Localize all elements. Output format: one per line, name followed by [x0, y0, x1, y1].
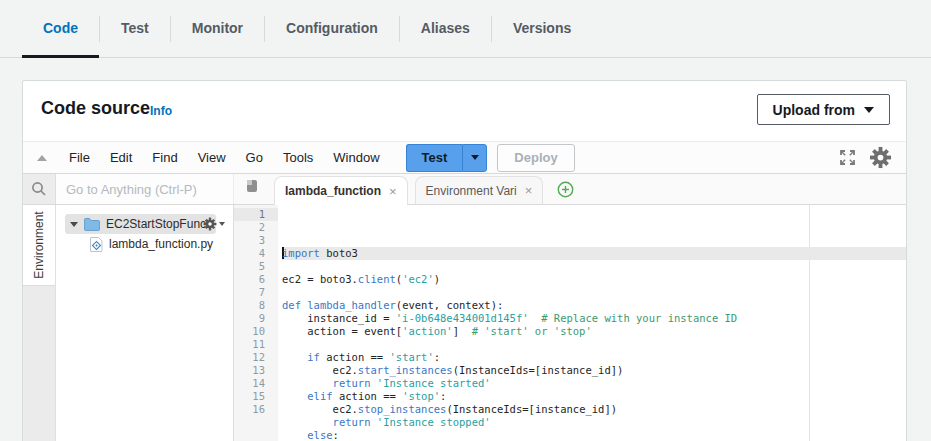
- line-number: 9: [234, 312, 278, 325]
- code-token: start_instances: [358, 364, 453, 376]
- code-token: 'stop': [402, 390, 440, 402]
- code-token: import: [282, 247, 320, 259]
- code-line[interactable]: action = event['action'] # 'start' or 's…: [282, 325, 906, 338]
- tab-code[interactable]: Code: [22, 0, 99, 58]
- code-line[interactable]: if action == 'start':: [282, 351, 906, 364]
- new-tab-plus-icon[interactable]: [557, 181, 574, 198]
- upload-from-label: Upload from: [773, 102, 855, 118]
- chevron-down-icon: [471, 155, 479, 160]
- code-token: 'Instance stopped': [377, 416, 491, 428]
- code-token: ): [434, 273, 440, 285]
- menu-find[interactable]: Find: [142, 150, 187, 165]
- editor-tab-label: Environment Vari: [426, 184, 517, 198]
- code-token: :: [333, 429, 339, 441]
- code-token: action ==: [333, 390, 403, 402]
- environment-vertical-tab[interactable]: Environment: [23, 205, 55, 286]
- line-number: 2: [234, 221, 278, 234]
- code-token: stop_instances: [358, 403, 447, 415]
- menu-window[interactable]: Window: [323, 150, 389, 165]
- code-line[interactable]: [282, 260, 906, 273]
- folder-name: EC2StartStopFunct: [106, 217, 209, 231]
- line-number: 15: [234, 390, 278, 403]
- code-token: if: [307, 351, 320, 363]
- goto-anything-input[interactable]: [56, 182, 233, 197]
- tab-aliases[interactable]: Aliases: [400, 0, 491, 58]
- workspace: Environment EC2StartStopFunct: [23, 205, 906, 441]
- code-line[interactable]: def lambda_handler(event, context):: [282, 299, 906, 312]
- lambda-section-tabs: CodeTestMonitorConfigurationAliasesVersi…: [0, 0, 931, 58]
- chevron-down-icon: [219, 222, 225, 226]
- menu-file[interactable]: File: [59, 150, 100, 165]
- settings-gear-icon[interactable]: [869, 146, 892, 169]
- code-token: 'start': [390, 351, 434, 363]
- file-name: lambda_function.py: [109, 237, 213, 251]
- code-token: (event, context):: [396, 299, 503, 311]
- tree-row-file[interactable]: lambda_function.py: [56, 234, 233, 254]
- tab-list-icon[interactable]: [243, 178, 259, 198]
- code-token: (InstanceIds=[instance_id]): [453, 364, 624, 376]
- code-token: return: [333, 416, 371, 428]
- code-token: def: [282, 299, 301, 311]
- fullscreen-icon[interactable]: [838, 148, 857, 167]
- code-token: ec2.: [282, 403, 358, 415]
- code-token: [282, 351, 307, 363]
- code-token: boto3: [320, 247, 358, 259]
- code-editor[interactable]: 12345678910111213141516 import boto3ec2 …: [234, 205, 906, 441]
- code-token: :: [434, 351, 440, 363]
- line-number: 8: [234, 299, 278, 312]
- code-source-panel: Code source Info Upload from FileEditFin…: [22, 80, 907, 441]
- expander-triangle-icon[interactable]: [70, 222, 78, 227]
- code-line[interactable]: [282, 338, 906, 351]
- editor-top-strip: lambda_function×Environment Vari×: [23, 174, 906, 205]
- editor-tab-lambda_function[interactable]: lambda_function×: [274, 176, 408, 205]
- code-line[interactable]: else:: [282, 429, 906, 441]
- code-content[interactable]: import boto3ec2 = boto3.client('ec2')def…: [278, 205, 906, 441]
- menu-view[interactable]: View: [188, 150, 236, 165]
- code-line[interactable]: ec2.stop_instances(InstanceIds=[instance…: [282, 403, 906, 416]
- line-number: 6: [234, 273, 278, 286]
- search-cell: [23, 174, 56, 204]
- test-dropdown-button[interactable]: [462, 144, 487, 172]
- code-line[interactable]: elif action == 'stop':: [282, 390, 906, 403]
- tab-versions[interactable]: Versions: [492, 0, 592, 58]
- code-line[interactable]: import boto3: [282, 247, 906, 260]
- code-line[interactable]: return 'Instance started': [282, 377, 906, 390]
- code-line[interactable]: instance_id = 'i-0b648e434001d145f' # Re…: [282, 312, 906, 325]
- editor-tab-environment-vari[interactable]: Environment Vari×: [415, 176, 544, 204]
- tree-settings-control[interactable]: [203, 217, 225, 231]
- code-line[interactable]: ec2.start_instances(InstanceIds=[instanc…: [282, 364, 906, 377]
- code-token: ec2 = boto3.: [282, 273, 358, 285]
- code-token: [282, 429, 307, 441]
- code-token: action ==: [320, 351, 390, 363]
- code-token: :: [440, 390, 446, 402]
- collapse-panel-icon[interactable]: [37, 155, 47, 161]
- line-number: 14: [234, 377, 278, 390]
- code-token: 'i-0b648e434001d145f': [396, 312, 529, 324]
- goto-anything-cell: [56, 174, 234, 204]
- menu-edit[interactable]: Edit: [100, 150, 142, 165]
- tab-monitor[interactable]: Monitor: [171, 0, 264, 58]
- test-button[interactable]: Test: [406, 144, 463, 172]
- code-line[interactable]: ec2 = boto3.client('ec2'): [282, 273, 906, 286]
- close-icon[interactable]: ×: [389, 184, 397, 199]
- tree-row: EC2StartStopFunct: [56, 214, 233, 234]
- close-icon[interactable]: ×: [525, 183, 533, 198]
- editor-tabs: lambda_function×Environment Vari×: [267, 174, 543, 204]
- line-number: 5: [234, 260, 278, 273]
- code-token: else: [307, 429, 332, 441]
- tab-test[interactable]: Test: [100, 0, 170, 58]
- code-token: [282, 416, 333, 428]
- tab-configuration[interactable]: Configuration: [265, 0, 399, 58]
- search-icon[interactable]: [31, 181, 47, 197]
- code-line[interactable]: return 'Instance stopped': [282, 416, 906, 429]
- line-number: 16: [234, 403, 278, 416]
- info-link[interactable]: Info: [150, 104, 172, 118]
- code-token: [282, 390, 307, 402]
- folder-item-selected[interactable]: EC2StartStopFunct: [65, 214, 216, 234]
- menu-tools[interactable]: Tools: [273, 150, 323, 165]
- code-token: [282, 377, 333, 389]
- code-line[interactable]: [282, 286, 906, 299]
- deploy-button[interactable]: Deploy: [497, 144, 574, 172]
- menu-go[interactable]: Go: [236, 150, 273, 165]
- upload-from-button[interactable]: Upload from: [757, 94, 890, 125]
